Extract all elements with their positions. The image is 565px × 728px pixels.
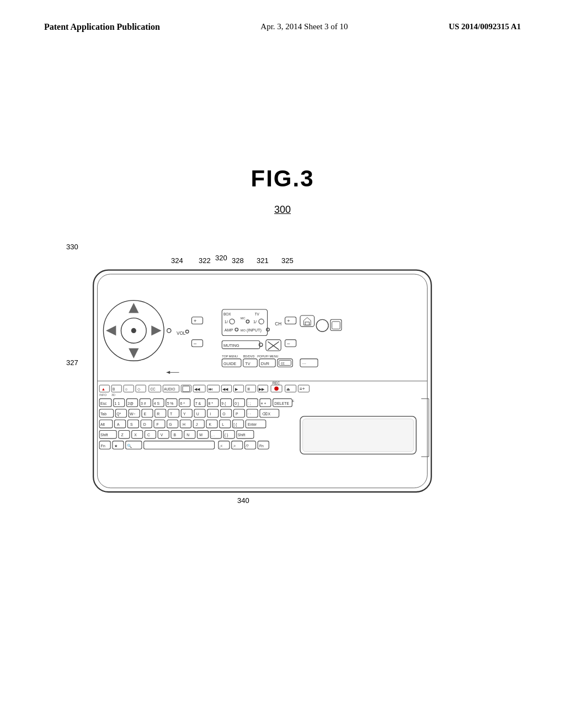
svg-text:V: V — [161, 433, 163, 437]
svg-rect-160 — [141, 420, 152, 428]
svg-text:1/: 1/ — [253, 319, 257, 324]
svg-text:TV: TV — [255, 312, 260, 316]
ref-328-label: 328 — [232, 256, 244, 265]
svg-text:🔍: 🔍 — [127, 443, 132, 448]
svg-text:I: I — [210, 412, 211, 416]
svg-text:★: ★ — [114, 443, 118, 448]
svg-text:DVR: DVR — [261, 361, 269, 366]
svg-text:C: C — [147, 433, 150, 437]
svg-text:POPUP/ MENU: POPUP/ MENU — [257, 355, 278, 358]
ref-325-label: 325 — [281, 256, 294, 265]
svg-text:1/: 1/ — [225, 319, 228, 324]
ref-321-label: 321 — [257, 256, 269, 265]
svg-text:,<: ,< — [220, 444, 223, 448]
svg-text:Shift: Shift — [238, 433, 246, 437]
svg-text:B: B — [113, 387, 115, 391]
svg-text:H: H — [183, 422, 185, 426]
svg-text:X: X — [134, 433, 137, 437]
svg-rect-180 — [119, 430, 130, 438]
ref-300-label: 300 — [274, 204, 291, 216]
ref-330-label: 330 — [66, 243, 78, 251]
svg-rect-172 — [220, 420, 231, 428]
svg-text:◀◀: ◀◀ — [194, 387, 200, 392]
svg-text:{ }: { } — [225, 433, 228, 437]
svg-text:Fn: Fn — [101, 444, 105, 448]
svg-text:0 }: 0 } — [234, 402, 239, 406]
svg-text:BOX: BOX — [223, 312, 231, 316]
svg-text:Enter: Enter — [248, 422, 257, 426]
svg-text:D: D — [143, 422, 146, 426]
svg-point-92 — [274, 387, 278, 390]
svg-text:J: J — [196, 422, 198, 426]
svg-text:3 #: 3 # — [141, 402, 146, 405]
svg-text:: ;: : ; — [248, 402, 251, 405]
svg-rect-162 — [154, 420, 165, 428]
svg-text:F: F — [156, 422, 158, 426]
svg-text:≡ +: ≡ + — [261, 402, 266, 405]
svg-rect-158 — [127, 420, 138, 428]
svg-rect-188 — [171, 430, 182, 438]
svg-text:CC: CC — [150, 387, 156, 391]
svg-text:3D: 3D — [111, 393, 115, 397]
svg-text:· ·: · · — [248, 412, 251, 416]
svg-text:1 1: 1 1 — [115, 402, 120, 405]
svg-text:⏏: ⏏ — [286, 387, 290, 392]
svg-text:⌫X: ⌫X — [262, 412, 270, 416]
svg-rect-144 — [207, 409, 218, 417]
remote-control-svg: VOL + – BOX TV 1/ MC 1/ AMP MO (INPUT) C… — [88, 265, 441, 507]
publication-number: US 2014/0092315 A1 — [449, 22, 521, 32]
svg-text:8 *: 8 * — [209, 402, 214, 405]
svg-text:AMP: AMP — [225, 328, 233, 333]
svg-rect-216 — [303, 419, 414, 451]
svg-text:BD/DVD: BD/DVD — [243, 355, 255, 358]
svg-text:K: K — [209, 422, 212, 426]
svg-rect-186 — [158, 430, 169, 438]
svg-text:+: + — [287, 318, 290, 324]
svg-text:S: S — [130, 422, 133, 426]
svg-text:6 ^: 6 ^ — [180, 402, 185, 405]
svg-text:CH: CH — [275, 322, 281, 326]
svg-text:+: + — [194, 318, 196, 324]
svg-text:Q*: Q* — [116, 412, 121, 416]
svg-text:E: E — [144, 412, 147, 416]
svg-text:Alt: Alt — [100, 422, 105, 426]
svg-text:, .: , . — [211, 433, 215, 437]
svg-text:REC: REC — [273, 381, 280, 385]
svg-text:MO: MO — [241, 329, 246, 332]
svg-text:L: L — [222, 422, 224, 426]
ref-320-label: 320 — [215, 254, 227, 262]
svg-text:⏭: ⏭ — [209, 387, 212, 392]
svg-text:◀◀: ◀◀ — [222, 387, 228, 392]
svg-text:····: ···· — [302, 362, 306, 366]
svg-rect-184 — [145, 430, 156, 438]
svg-rect-170 — [206, 420, 217, 428]
svg-text:B: B — [174, 433, 177, 437]
svg-text:M: M — [199, 433, 202, 437]
svg-text:[ {: [ { — [233, 422, 237, 427]
svg-text:MC: MC — [241, 317, 246, 320]
svg-text:☺: ☺ — [125, 387, 129, 391]
ref-327-label: 327 — [66, 358, 78, 367]
svg-text:9 {: 9 { — [221, 402, 226, 406]
ref-324-label: 324 — [171, 256, 183, 265]
svg-text:Esc: Esc — [100, 402, 107, 405]
svg-rect-166 — [180, 420, 191, 428]
svg-text:VOL: VOL — [177, 331, 186, 336]
svg-text:Fn: Fn — [259, 444, 264, 448]
svg-text:A: A — [117, 422, 120, 426]
svg-text:MUTING: MUTING — [223, 343, 239, 348]
svg-text:2@: 2@ — [127, 402, 134, 405]
svg-text:P: P — [236, 412, 238, 416]
publication-title: Patent Application Publication — [44, 22, 160, 32]
svg-text:GUIDE: GUIDE — [223, 361, 236, 366]
svg-text:U: U — [196, 412, 199, 416]
svg-text:≡+: ≡+ — [300, 387, 305, 392]
svg-text:Tab: Tab — [100, 412, 106, 416]
svg-text:W~: W~ — [130, 412, 135, 416]
svg-text:4 S: 4 S — [154, 402, 160, 405]
svg-text:AUDIO: AUDIO — [164, 387, 175, 391]
svg-rect-190 — [184, 430, 195, 438]
svg-text:Shift: Shift — [100, 433, 108, 437]
svg-text:.>: .> — [232, 444, 236, 448]
svg-text:INFO: INFO — [99, 393, 106, 397]
